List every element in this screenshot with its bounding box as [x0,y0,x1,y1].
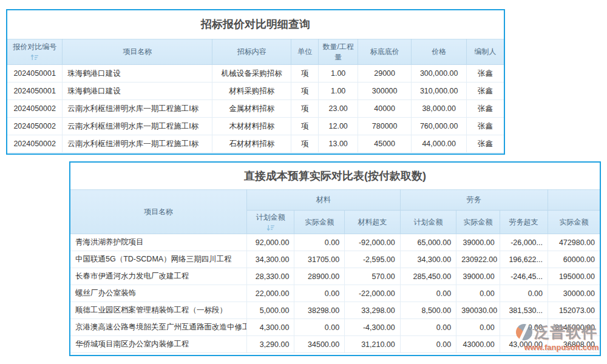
col-header-unit: 单位 [291,39,319,65]
labor-plan-cell: 0.00 [400,285,456,302]
project-name-link[interactable]: 青海洪湖养护院项目 [70,234,246,251]
project-name-link[interactable]: 云南水利枢纽潜明水库一期工程施工I标 [63,135,212,153]
sort-icon[interactable] [30,54,39,61]
compare-id-link[interactable]: 2024050001 [7,83,63,100]
bid-content-cell: 金属材料招标 [212,100,291,118]
labor-actual-link[interactable]: 43000.00 [456,336,500,353]
material-actual-link[interactable]: 0.00 [294,319,345,336]
col-header-compare-id[interactable]: 报价对比编号 [7,39,63,65]
material-actual-link[interactable]: 28900.00 [294,268,345,285]
table-row: 长春市伊通河水力发电厂改建工程 28,330.00 28900.00 570.0… [70,268,600,285]
unit-cell: 项 [291,135,319,153]
compare-id-link[interactable]: 2024050002 [7,118,63,135]
project-name-link[interactable]: 云南水利枢纽潜明水库一期工程施工I标 [63,118,212,135]
project-name-link[interactable]: 京港澳高速公路粤境韶关至广州互通路面改造中修工 [70,319,246,336]
group-header-material: 材料 [246,190,400,211]
last-actual-link[interactable]: 152073.00 [548,302,600,319]
compare-id-link[interactable]: 2024050002 [7,135,63,153]
author-link[interactable]: 张鑫 [467,135,504,153]
col-header-last-actual: 实际金额 [548,211,600,234]
labor-actual-link[interactable]: 39000.00 [456,268,500,285]
col-header-bid-content: 招标内容 [212,39,291,65]
cost-group-header-row: 项目名称 材料 劳务 [70,190,600,211]
project-name-link[interactable]: 华侨城项目南区办公室内装修工程 [70,336,246,353]
labor-actual-link[interactable]: 390030.00 [456,302,500,319]
group-header-labor: 劳务 [400,190,548,211]
labor-plan-cell: 285,450.00 [400,268,456,285]
material-plan-cell: 92,000.00 [246,234,294,251]
base-price-cell: 45000 [358,135,411,153]
table-row: 2024050001 珠海鹤港口建设 机械设备采购招标 项 1.00 29000… [7,65,504,83]
project-name-link[interactable]: 顺德工业园区档案管理精装饰工程（一标段） [70,302,246,319]
project-name-link[interactable]: 珠海鹤港口建设 [63,83,212,100]
base-price-cell: 40000 [358,100,411,118]
material-actual-link[interactable]: 0.00 [294,234,345,251]
labor-over-cell: 381,530... [500,302,548,319]
labor-plan-cell: 0.00 [400,319,456,336]
unit-cell: 项 [291,83,319,100]
material-plan-cell: 4,300.00 [246,319,294,336]
last-actual-link[interactable]: 36808.00 [548,336,600,353]
last-actual-link[interactable]: 2145000.00 [548,319,600,336]
compare-id-link[interactable]: 2024050002 [7,100,63,118]
material-actual-link[interactable]: 38298.00 [294,302,345,319]
table-row: 螺丝厂办公室装饰 22,000.00 0.00 -22,000.00 0.00 … [70,285,600,302]
material-over-cell: 33,298.00 [345,302,401,319]
base-price-cell: 300000 [358,83,411,100]
project-name-link[interactable]: 云南水利枢纽潜明水库一期工程施工I标 [63,100,212,118]
project-name-link[interactable]: 螺丝厂办公室装饰 [70,285,246,302]
labor-actual-link[interactable]: 0.00 [456,285,500,302]
cost-comparison-table: 项目名称 材料 劳务 计划金额 实际金额 材料超支 计划金额 [70,189,600,353]
col-header-labor-over: 劳务超支 [500,211,548,234]
project-name-link[interactable]: 珠海鹤港口建设 [63,65,212,83]
price-cell: 310,000.00 [412,83,467,100]
labor-over-cell: 43,000.00 [500,336,548,353]
price-cell: 38,000.00 [412,100,467,118]
col-header-author: 编制人 [467,39,504,65]
labor-plan-cell: 34,300.00 [400,251,456,268]
bid-header-row: 报价对比编号 项目名称 招标内容 单位 数量/工程量 标底底价 价格 编制人 [7,39,504,65]
last-actual-link[interactable]: 472980.00 [548,234,600,251]
material-actual-link[interactable]: 34500.00 [294,336,345,353]
unit-cell: 项 [291,100,319,118]
base-price-cell: 29000 [358,65,411,83]
labor-actual-link[interactable]: 39000.00 [456,234,500,251]
last-actual-link[interactable]: 60000.00 [548,251,600,268]
material-plan-cell: 5,000.00 [246,302,294,319]
cost-panel-title: 直接成本预算实际对比表(按付款取数) [70,163,600,189]
col-header-project-name: 项目名称 [63,39,212,65]
author-link[interactable]: 张鑫 [467,83,504,100]
labor-actual-link[interactable]: 230922.00 [456,251,500,268]
bid-content-cell: 石材材料招标 [212,135,291,153]
material-plan-cell: 3,290.00 [246,336,294,353]
author-link[interactable]: 张鑫 [467,118,504,135]
last-actual-link[interactable]: 30000.00 [548,285,600,302]
table-row: 青海洪湖养护院项目 92,000.00 0.00 -92,000.00 65,0… [70,234,600,251]
base-price-cell: 780000 [358,118,411,135]
project-name-link[interactable]: 长春市伊通河水力发电厂改建工程 [70,268,246,285]
table-row: 中国联通5G（TD-SCDMA）网络三期四川工程 34,300.00 31705… [70,251,600,268]
project-name-link[interactable]: 中国联通5G（TD-SCDMA）网络三期四川工程 [70,251,246,268]
author-link[interactable]: 张鑫 [467,100,504,118]
col-header-material-actual: 实际金额 [294,211,345,234]
price-cell: 44,000.00 [412,135,467,153]
col-header-material-plan[interactable]: 计划金额 [246,211,294,234]
material-over-cell: 570.00 [345,268,401,285]
col-header-material-over: 材料超支 [345,211,401,234]
material-actual-link[interactable]: 0.00 [294,285,345,302]
last-actual-link[interactable]: 195000.00 [548,268,600,285]
labor-plan-cell: 8,500.00 [400,302,456,319]
group-header-empty [548,190,600,211]
price-cell: 300,000.00 [412,65,467,83]
sort-icon[interactable] [266,224,275,231]
bid-content-cell: 机械设备采购招标 [212,65,291,83]
labor-over-cell: 0.00 [500,285,548,302]
price-cell: 760,000.00 [412,118,467,135]
col-header-price: 价格 [412,39,467,65]
compare-id-link[interactable]: 2024050001 [7,65,63,83]
labor-actual-link[interactable]: 0.00 [456,319,500,336]
bid-content-cell: 材料采购招标 [212,83,291,100]
author-link[interactable]: 张鑫 [467,65,504,83]
material-actual-link[interactable]: 31705.00 [294,251,345,268]
quantity-cell: 1.00 [319,83,358,100]
